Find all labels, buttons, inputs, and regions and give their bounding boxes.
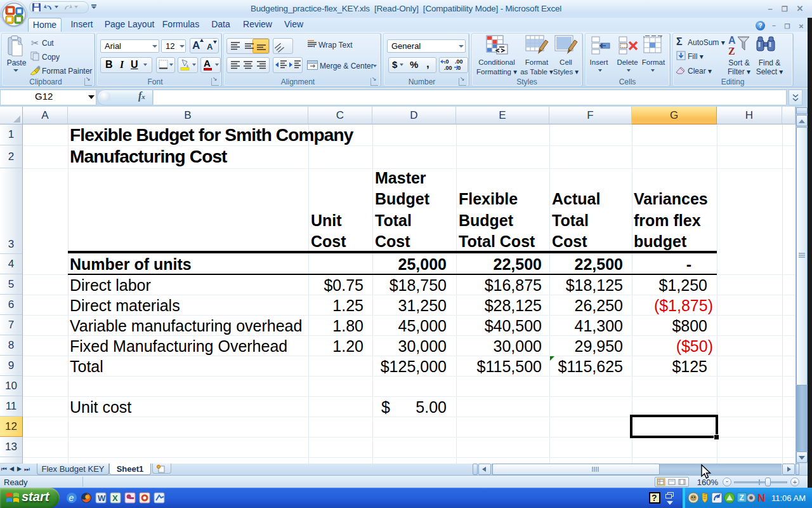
svg-text:Z: Z: [728, 46, 735, 57]
svg-text:e: e: [69, 493, 74, 503]
svg-text:A: A: [728, 35, 736, 46]
svg-text:X: X: [112, 493, 118, 503]
svg-text:W: W: [98, 493, 106, 503]
svg-text:Z: Z: [740, 493, 744, 502]
